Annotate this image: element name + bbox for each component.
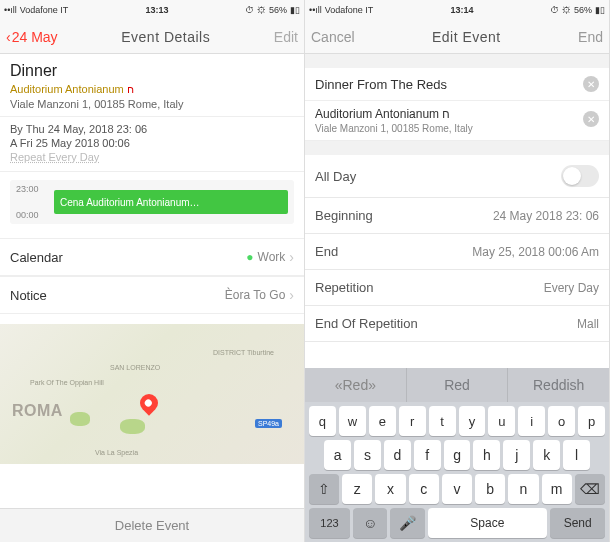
back-button[interactable]: ‹ 24 May (6, 29, 58, 45)
key-a[interactable]: a (324, 440, 351, 470)
title-field-block: ✕ (305, 68, 609, 101)
key-j[interactable]: j (503, 440, 530, 470)
clear-title-button[interactable]: ✕ (583, 76, 599, 92)
row-end-of-repetition[interactable]: End Of Repetition Mall (305, 306, 609, 342)
battery-icon: ▮▯ (290, 5, 300, 15)
key-numeric[interactable]: 123 (309, 508, 350, 538)
cancel-button[interactable]: Cancel (311, 29, 355, 45)
pane-edit-event: ••ıll Vodafone IT 13:14 ⏱ ⚙ 56% ▮▯ Cance… (305, 0, 610, 542)
map[interactable]: ROMA SP49a SAN LORENZO DISTRICT Tiburtin… (0, 324, 304, 464)
row-beginning[interactable]: Beginning 24 May 2018 23: 06 (305, 198, 609, 234)
battery-pct: 56% (574, 5, 592, 15)
page-title: Event Details (121, 29, 210, 45)
suggestion-3[interactable]: Reddish (508, 368, 609, 402)
key-e[interactable]: e (369, 406, 396, 436)
key-b[interactable]: b (475, 474, 505, 504)
signal-icon: ••ıll (309, 5, 322, 15)
row-notice[interactable]: Notice Èora To Go › (0, 276, 304, 314)
chevron-left-icon: ‹ (6, 29, 11, 45)
key-z[interactable]: z (342, 474, 372, 504)
row-all-day: All Day (305, 155, 609, 198)
alarm-icon: ⏱ ⚙ (550, 5, 571, 15)
key-c[interactable]: c (409, 474, 439, 504)
beginning-label: Beginning (315, 208, 373, 223)
navbar: Cancel Edit Event End (305, 20, 609, 54)
timeline-event-bar[interactable]: Cena Auditorium Antonianum… (54, 190, 288, 214)
location-name: Auditorium Antonianum ח (315, 107, 599, 121)
beginning-value: 24 May 2018 23: 06 (493, 209, 599, 223)
map-city-label: ROMA (12, 402, 63, 420)
map-pin-icon (136, 390, 161, 415)
key-mic[interactable]: 🎤 (390, 508, 424, 538)
key-f[interactable]: f (414, 440, 441, 470)
key-v[interactable]: v (442, 474, 472, 504)
key-l[interactable]: l (563, 440, 590, 470)
map-area-label: SAN LORENZO (110, 364, 160, 371)
notice-value: Èora To Go (225, 288, 285, 302)
event-title-input[interactable] (315, 77, 583, 92)
key-y[interactable]: y (459, 406, 486, 436)
signal-icon: ••ıll (4, 5, 17, 15)
chevron-right-icon: › (289, 249, 294, 265)
key-h[interactable]: h (473, 440, 500, 470)
battery-icon: ▮▯ (595, 5, 605, 15)
edit-button[interactable]: Edit (274, 29, 298, 45)
key-send[interactable]: Send (550, 508, 605, 538)
event-title: Dinner (10, 62, 294, 80)
delete-event-button[interactable]: Delete Event (0, 508, 304, 542)
key-g[interactable]: g (444, 440, 471, 470)
calendar-dot-icon: ● (246, 250, 253, 264)
key-o[interactable]: o (548, 406, 575, 436)
clock: 13:14 (450, 5, 473, 15)
suggestion-2[interactable]: Red (407, 368, 509, 402)
repetition-value: Every Day (544, 281, 599, 295)
suggestion-1[interactable]: «Red» (305, 368, 407, 402)
key-shift[interactable]: ⇧ (309, 474, 339, 504)
carrier-label: Vodafone IT (20, 5, 69, 15)
map-area-label: Park Of The Oppian Hill (30, 379, 104, 386)
notice-label: Notice (10, 288, 47, 303)
row-repetition[interactable]: Repetition Every Day (305, 270, 609, 306)
map-area-label: DISTRICT Tiburtine (213, 349, 274, 356)
location-block[interactable]: Auditorium Antonianum ח Viale Manzoni 1,… (305, 101, 609, 141)
key-d[interactable]: d (384, 440, 411, 470)
key-i[interactable]: i (518, 406, 545, 436)
battery-pct: 56% (269, 5, 287, 15)
status-bar: ••ıll Vodafone IT 13:13 ⏱ ⚙ 56% ▮▯ (0, 0, 304, 20)
row-calendar[interactable]: Calendar ● Work › (0, 238, 304, 276)
key-t[interactable]: t (429, 406, 456, 436)
pane-event-details: ••ıll Vodafone IT 13:13 ⏱ ⚙ 56% ▮▯ ‹ 24 … (0, 0, 305, 542)
endrep-value: Mall (577, 317, 599, 331)
key-space[interactable]: Space (428, 508, 548, 538)
key-q[interactable]: q (309, 406, 336, 436)
date-to: A Fri 25 May 2018 00:06 (10, 137, 294, 149)
key-p[interactable]: p (578, 406, 605, 436)
key-n[interactable]: n (508, 474, 538, 504)
tl-label-23: 23:00 (16, 184, 39, 194)
key-backspace[interactable]: ⌫ (575, 474, 605, 504)
key-w[interactable]: w (339, 406, 366, 436)
done-button[interactable]: End (578, 29, 603, 45)
carrier-label: Vodafone IT (325, 5, 374, 15)
key-s[interactable]: s (354, 440, 381, 470)
key-m[interactable]: m (542, 474, 572, 504)
event-summary: Dinner Auditorium Antonianum ח Viale Man… (0, 54, 304, 117)
event-location-tag: ח (127, 83, 134, 95)
all-day-label: All Day (315, 169, 356, 184)
calendar-label: Calendar (10, 250, 63, 265)
key-x[interactable]: x (375, 474, 405, 504)
all-day-toggle[interactable] (561, 165, 599, 187)
alarm-icon: ⏱ ⚙ (245, 5, 266, 15)
chevron-right-icon: › (289, 287, 294, 303)
row-end[interactable]: End May 25, 2018 00:06 Am (305, 234, 609, 270)
key-k[interactable]: k (533, 440, 560, 470)
end-value: May 25, 2018 00:06 Am (472, 245, 599, 259)
clear-location-button[interactable]: ✕ (583, 111, 599, 127)
key-u[interactable]: u (488, 406, 515, 436)
map-street-label: Via La Spezia (95, 449, 138, 456)
key-emoji[interactable]: ☺ (353, 508, 387, 538)
event-dates: By Thu 24 May, 2018 23: 06 A Fri 25 May … (0, 117, 304, 172)
repetition-label: Repetition (315, 280, 374, 295)
key-r[interactable]: r (399, 406, 426, 436)
tl-label-00: 00:00 (16, 210, 39, 220)
